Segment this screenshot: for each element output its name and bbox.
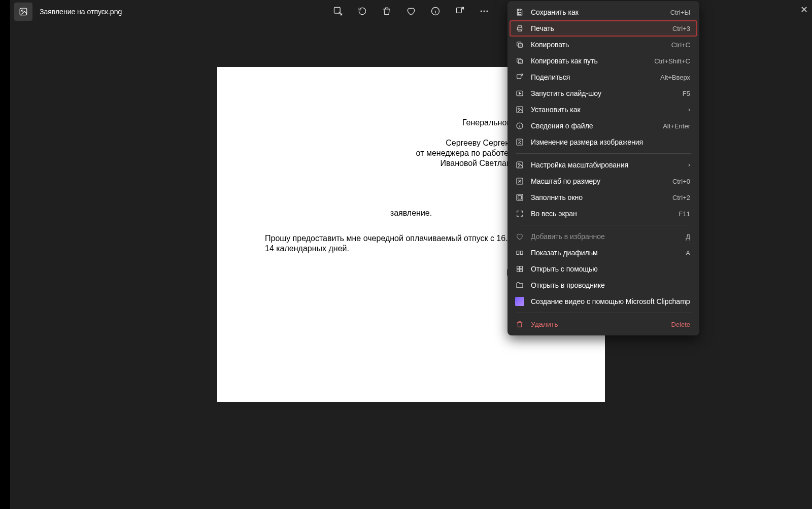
menu-separator — [516, 153, 691, 154]
svg-rect-10 — [518, 43, 522, 47]
menu-item-shortcut: Д — [686, 233, 690, 241]
toolbar — [331, 4, 491, 18]
svg-rect-29 — [517, 269, 520, 272]
set-as-icon — [515, 105, 525, 115]
svg-rect-20 — [517, 162, 523, 168]
app-window: Заявление на отпуск.png ✕ Генеральному д… — [10, 0, 812, 509]
menu-item[interactable]: Создание видео с помощью Microsoft Clipc… — [510, 293, 697, 310]
menu-item[interactable]: ПоделитьсяAlt+Вверх — [510, 69, 697, 85]
menu-item-label: Во весь экран — [531, 210, 675, 218]
menu-item-label: Копировать — [531, 41, 667, 49]
more-button[interactable] — [477, 4, 491, 18]
fullscreen-icon — [515, 209, 525, 219]
menu-item[interactable]: Изменение размера изображения — [510, 134, 697, 150]
svg-point-5 — [481, 11, 482, 12]
info-button[interactable] — [428, 4, 443, 18]
svg-rect-30 — [520, 269, 523, 272]
menu-separator — [516, 313, 691, 313]
menu-item[interactable]: Во весь экранF11 — [510, 206, 697, 222]
resize-icon — [515, 137, 525, 147]
close-button[interactable]: ✕ — [799, 4, 809, 14]
svg-rect-9 — [517, 27, 522, 30]
menu-item-shortcut: Ctrl+Shift+C — [654, 57, 690, 65]
svg-rect-14 — [517, 75, 521, 79]
menu-item-label: Масштаб по размеру — [531, 177, 668, 185]
favorite-button[interactable] — [404, 4, 418, 18]
menu-item[interactable]: КопироватьCtrl+C — [510, 37, 697, 53]
svg-point-7 — [486, 11, 488, 12]
menu-item[interactable]: Открыть в проводнике — [510, 277, 697, 293]
filmstrip-icon — [515, 248, 525, 258]
svg-rect-13 — [517, 58, 521, 62]
menu-item[interactable]: Масштаб по размеруCtrl+0 — [510, 173, 697, 189]
share-icon — [515, 72, 525, 82]
menu-item[interactable]: УдалитьDelete — [510, 316, 697, 332]
menu-separator — [516, 225, 691, 225]
menu-item-label: Создание видео с помощью Microsoft Clipc… — [531, 297, 690, 306]
menu-item[interactable]: Сведения о файлеAlt+Enter — [510, 118, 697, 134]
delete-button[interactable] — [380, 4, 394, 18]
edit-button[interactable] — [331, 4, 345, 18]
menu-item-label: Копировать как путь — [531, 57, 650, 65]
menu-item-label: Открыть в проводнике — [531, 281, 690, 289]
menu-item-label: Настройка масштабирования — [531, 161, 684, 169]
svg-rect-0 — [20, 8, 27, 15]
menu-item-label: Открыть с помощью — [531, 265, 690, 273]
menu-item-shortcut: F11 — [679, 210, 690, 218]
menu-item[interactable]: Установить как› — [510, 101, 697, 118]
open-with-icon — [515, 264, 525, 274]
clipchamp-icon — [515, 296, 525, 307]
menu-item-label: Установить как — [531, 106, 684, 114]
menu-item-shortcut: Delete — [671, 321, 690, 328]
menu-item: Добавить в избранноеД — [510, 228, 697, 245]
menu-item-shortcut: Alt+Enter — [663, 122, 690, 130]
menu-item[interactable]: Сохранить какCtrl+Ы — [510, 4, 697, 20]
chevron-right-icon: › — [688, 161, 690, 168]
menu-item[interactable]: Показать диафильмA — [510, 245, 697, 261]
svg-point-1 — [21, 10, 23, 11]
svg-rect-11 — [517, 42, 521, 46]
menu-item-shortcut: Ctrl+2 — [672, 194, 690, 201]
svg-point-6 — [484, 11, 485, 12]
app-icon[interactable] — [14, 3, 32, 21]
info-icon — [515, 121, 525, 131]
svg-rect-27 — [517, 266, 520, 269]
copy-icon — [515, 40, 525, 50]
svg-rect-25 — [517, 251, 519, 255]
fit-icon — [515, 176, 525, 186]
print-icon — [515, 23, 525, 33]
menu-item-shortcut: Ctrl+3 — [672, 25, 690, 32]
favorite-icon — [515, 231, 525, 242]
fill-icon — [515, 192, 525, 202]
menu-item[interactable]: ПечатьCtrl+3 — [510, 20, 697, 37]
file-name: Заявление на отпуск.png — [40, 8, 122, 16]
menu-item-label: Показать диафильм — [531, 249, 682, 257]
svg-rect-4 — [456, 8, 461, 13]
menu-item-label: Запустить слайд-шоу — [531, 89, 679, 97]
svg-point-17 — [518, 108, 520, 110]
menu-item[interactable]: Запустить слайд-шоуF5 — [510, 85, 697, 101]
menu-item[interactable]: Заполнить окноCtrl+2 — [510, 189, 697, 206]
context-menu: Сохранить какCtrl+ЫПечатьCtrl+3Копироват… — [507, 1, 699, 335]
delete-icon — [515, 319, 525, 329]
menu-item[interactable]: Копировать как путьCtrl+Shift+C — [510, 53, 697, 69]
menu-item-label: Удалить — [531, 320, 667, 328]
svg-rect-12 — [518, 59, 522, 63]
menu-item[interactable]: Открыть с помощью — [510, 261, 697, 277]
menu-item[interactable]: Настройка масштабирования› — [510, 157, 697, 173]
svg-point-21 — [518, 163, 520, 165]
menu-item-shortcut: F5 — [683, 90, 690, 97]
chevron-right-icon: › — [688, 106, 690, 113]
menu-item-label: Печать — [531, 24, 668, 32]
share-button[interactable] — [453, 4, 467, 18]
menu-item-shortcut: Ctrl+C — [671, 41, 690, 49]
zoom-settings-icon — [515, 160, 525, 170]
svg-rect-24 — [518, 196, 522, 199]
copy-path-icon — [515, 56, 525, 66]
svg-rect-23 — [517, 194, 523, 200]
rotate-button[interactable] — [355, 4, 369, 18]
save-as-icon — [515, 7, 525, 17]
left-strip — [0, 0, 10, 509]
menu-item-shortcut: A — [686, 249, 690, 257]
svg-rect-26 — [520, 251, 523, 255]
